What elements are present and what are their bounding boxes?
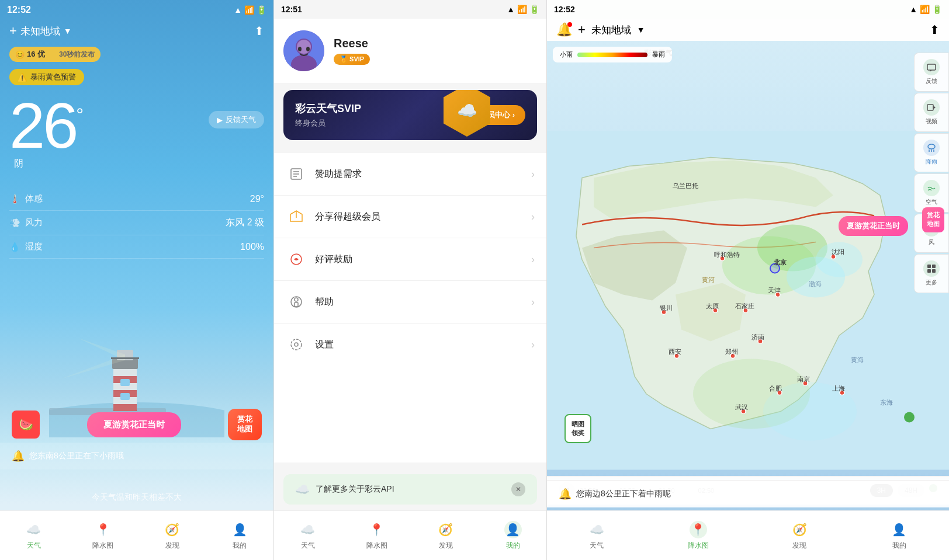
chevron-settings-icon: › [531, 339, 535, 351]
nav-discover-icon-m: 🧭 [791, 521, 808, 538]
nav-weather-p[interactable]: ☁️ 天气 [299, 521, 317, 551]
flower-map-overlay[interactable]: 夏游赏花正当时 [839, 216, 908, 236]
rain-tool-btn[interactable]: 降雨 [914, 133, 949, 172]
wind-icon: 💨 [9, 218, 20, 228]
nav-discover-p[interactable]: 🧭 发现 [437, 521, 455, 551]
plus-icon[interactable]: + [9, 23, 17, 39]
status-bar-weather: 12:52 ▲ 📶 🔋 [0, 0, 273, 20]
nav-mine[interactable]: 👤 我的 [231, 521, 248, 551]
video-map-btn[interactable]: 视频 [914, 93, 949, 132]
svg-point-35 [816, 242, 863, 277]
air-tool-icon [923, 180, 940, 196]
svg-rect-79 [932, 269, 936, 273]
svg-text:上海: 上海 [832, 385, 845, 392]
more-tool-btn[interactable]: 更多 [914, 254, 949, 293]
nav-discover-label-p: 发现 [439, 541, 453, 551]
wind-label: 💨 风力 [9, 217, 43, 228]
bell-button[interactable]: 🔔 [556, 22, 572, 37]
nav-mine-m[interactable]: 👤 我的 [891, 521, 908, 551]
plus-btn-map[interactable]: + [578, 22, 586, 37]
prize-text: 晒图领奖 [572, 420, 584, 436]
map-share-icon[interactable]: ⬆ [930, 23, 940, 37]
svg-text:东海: 东海 [880, 399, 893, 406]
air-tool-btn[interactable]: 空气 [914, 173, 949, 213]
map-legend: 小雨 暴雨 [553, 47, 672, 62]
nav-rain-map-m[interactable]: 📍 降水图 [688, 521, 709, 551]
feedback-map-btn[interactable]: 反馈 [914, 53, 949, 92]
svg-text:黄海: 黄海 [851, 356, 864, 363]
vip-card[interactable]: 彩云天气SVIP 终身会员 ☁️ 会员中心 › [283, 90, 537, 140]
chevron-support-icon: › [531, 168, 535, 180]
map-background: 黄河 乌兰巴托 呼和浩特 北京 沈阳 银川 太原 石家庄 天津 渤海 济南 黄海… [547, 41, 949, 560]
avatar-svg [283, 30, 324, 71]
temperature-value: 26 [9, 93, 76, 158]
svg-rect-28 [295, 302, 298, 307]
menu-label-support: 赞助提需求 [315, 168, 531, 180]
svg-rect-73 [927, 105, 933, 110]
wind-tool-label: 风 [929, 238, 934, 246]
svip-badge: 🏅 SVIP [334, 54, 370, 65]
nav-discover-m[interactable]: 🧭 发现 [791, 521, 808, 551]
flower-text-button[interactable]: 夏游赏花正当时 [87, 412, 181, 437]
map-area[interactable]: 黄河 乌兰巴托 呼和浩特 北京 沈阳 银川 太原 石家庄 天津 渤海 济南 黄海… [547, 41, 949, 560]
api-close-button[interactable]: ✕ [511, 482, 525, 496]
menu-label-settings: 设置 [315, 339, 531, 351]
nav-rain-map[interactable]: 📍 降水图 [92, 521, 113, 551]
menu-item-help[interactable]: 帮助 › [274, 281, 546, 324]
svg-rect-10 [120, 379, 130, 386]
time-profile: 12:51 [281, 5, 302, 14]
more-tool-icon [923, 260, 940, 277]
humidity-label: 💧 湿度 [9, 241, 43, 252]
warning-badge: ⚠️ 暴雨黄色预警 [9, 69, 84, 85]
status-icons-weather: ▲ 📶 🔋 [234, 5, 266, 15]
svg-text:郑州: 郑州 [725, 348, 738, 355]
signal-icon-m: ▲ [909, 5, 917, 14]
svg-rect-78 [927, 269, 931, 273]
svg-point-71 [904, 412, 915, 423]
nav-mine-p[interactable]: 👤 我的 [504, 521, 522, 551]
menu-item-review[interactable]: 好评鼓励 › [274, 238, 546, 281]
svg-point-29 [295, 343, 298, 346]
feedback-map-icon [923, 59, 940, 75]
menu-item-settings[interactable]: 设置 › [274, 324, 546, 366]
menu-icon-review [286, 249, 307, 270]
flower-app-icon[interactable]: 🍉 [12, 411, 40, 439]
svg-marker-8 [78, 338, 125, 360]
nav-rain-map-p[interactable]: 📍 降水图 [366, 521, 387, 551]
menu-label-share: 分享得超级会员 [315, 211, 531, 223]
nav-weather-m[interactable]: ☁️ 天气 [588, 521, 605, 551]
feedback-button[interactable]: ▶ 反馈天气 [209, 111, 264, 128]
bell-notification-dot [567, 22, 572, 27]
map-tool-sidebar: 反馈 视频 [914, 53, 949, 293]
flower-map-button[interactable]: 赏花地图 [228, 409, 262, 440]
prize-button[interactable]: 晒图领奖 [564, 414, 591, 443]
feedback-label: 反馈天气 [226, 114, 256, 125]
chevron-help-icon: › [531, 296, 535, 308]
nav-discover[interactable]: 🧭 发现 [164, 521, 181, 551]
nav-rain-label-m: 降水图 [688, 541, 709, 551]
vip-card-title: 彩云天气SVIP [295, 102, 361, 116]
wifi-icon: 📶 [244, 5, 254, 15]
location-name: 未知地域 [20, 25, 60, 38]
wind-row: 💨 风力 东风 2 级 [9, 211, 264, 235]
rain-notice-text: 您东南8公里正在下小雨哦 [29, 451, 124, 461]
menu-item-support[interactable]: 赞助提需求 › [274, 153, 546, 196]
map-header: 🔔 + 未知地域 ▼ ⬆ [547, 19, 949, 41]
nav-rain-label: 降水图 [92, 541, 113, 551]
status-icons-profile: ▲ 📶 🔋 [507, 5, 539, 14]
nav-rain-label-p: 降水图 [366, 541, 387, 551]
nav-weather-label-p: 天气 [301, 541, 315, 551]
svg-text:武汉: 武汉 [735, 404, 748, 411]
svg-marker-74 [933, 106, 936, 109]
svg-text:乌兰巴托: 乌兰巴托 [673, 182, 698, 189]
api-cloud-icon: ☁️ [295, 482, 310, 496]
bottom-nav-profile: ☁️ 天气 📍 降水图 🧭 发现 👤 我的 [274, 510, 546, 560]
nav-mine-label-p: 我的 [506, 541, 520, 551]
nav-weather[interactable]: ☁️ 天气 [25, 521, 43, 551]
api-banner-text: 了解更多关于彩云API [316, 484, 394, 495]
more-tool-label: 更多 [926, 279, 937, 287]
location-area[interactable]: + 未知地域 ▼ [9, 23, 72, 39]
menu-item-share[interactable]: 分享得超级会员 › [274, 196, 546, 238]
rain-tool-icon [923, 140, 940, 156]
share-icon[interactable]: ⬆ [254, 24, 264, 38]
